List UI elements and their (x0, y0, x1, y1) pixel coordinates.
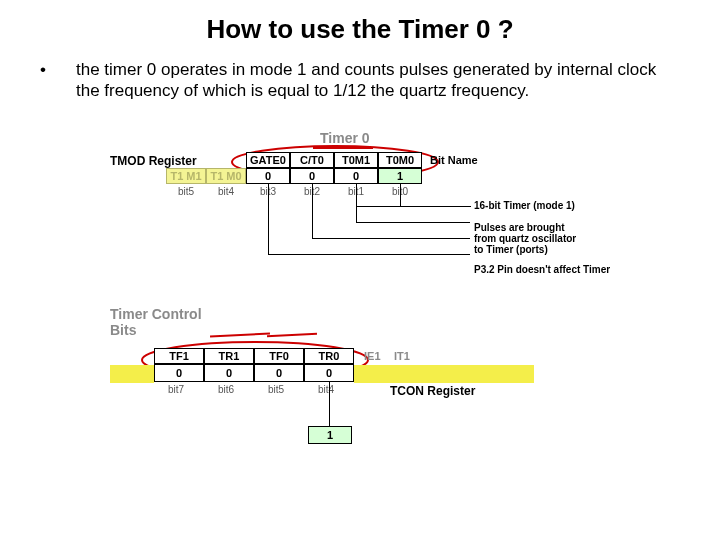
ybar-left (110, 365, 154, 383)
hline-4 (268, 254, 470, 255)
cell-tr1-name: TR1 (204, 348, 254, 364)
page-title: How to use the Timer 0 ? (0, 14, 720, 45)
line-tr0-down (329, 382, 330, 426)
bit5-label: bit5 (178, 186, 194, 197)
line-gate0-v (268, 184, 269, 254)
cell-t1m1: T1 M1 (166, 168, 206, 184)
it1-label: IT1 (394, 350, 410, 362)
cell-tr1-val: 0 (204, 364, 254, 382)
cell-t0m0-val: 1 (378, 168, 422, 184)
note-pulses-a: Pulses are brought (474, 222, 565, 233)
cell-tr0-val: 0 (304, 364, 354, 382)
timer-control-header: Timer Control Bits (110, 306, 202, 338)
tcon-bit6: bit6 (218, 384, 234, 395)
line-ct0-v (312, 184, 313, 238)
tcon-label: TCON Register (390, 384, 475, 398)
hline-3 (312, 238, 470, 239)
cell-ct0-name: C/T0 (290, 152, 334, 168)
bullet-item: • the timer 0 operates in mode 1 and cou… (40, 59, 680, 102)
red-underline-2a (210, 332, 270, 337)
bitname-label: Bit Name (430, 154, 478, 166)
cell-t0m1-name: T0M1 (334, 152, 378, 168)
tcon-bit5: bit5 (268, 384, 284, 395)
hline-1 (356, 206, 470, 207)
bullet-text: the timer 0 operates in mode 1 and count… (76, 59, 680, 102)
cell-tf0-val: 0 (254, 364, 304, 382)
ie1-label: IE1 (364, 350, 381, 362)
hline-2 (356, 222, 470, 223)
ybar-right (354, 365, 534, 383)
tcon-bit4: bit4 (318, 384, 334, 395)
note-16bit: 16-bit Timer (mode 1) (474, 200, 575, 211)
cell-tf1-name: TF1 (154, 348, 204, 364)
cell-gate0-val: 0 (246, 168, 290, 184)
line-t0m1-v (356, 184, 357, 222)
tcon-bit7: bit7 (168, 384, 184, 395)
cell-one: 1 (308, 426, 352, 444)
cell-ct0-val: 0 (290, 168, 334, 184)
bit4-label: bit4 (218, 186, 234, 197)
stub (470, 206, 471, 207)
note-pulses-b: from quartz oscillator (474, 233, 576, 244)
cell-t0m0-name: T0M0 (378, 152, 422, 168)
bullet-marker: • (40, 59, 76, 102)
cell-tf0-name: TF0 (254, 348, 304, 364)
tmod-label: TMOD Register (110, 154, 197, 168)
cell-tr0-name: TR0 (304, 348, 354, 364)
diagram: Timer 0 TMOD Register T1 M1 T1 M0 bit5 b… (110, 130, 630, 510)
line-t0m0-v (400, 184, 401, 206)
cell-t0m1-val: 0 (334, 168, 378, 184)
note-pulses-c: to Timer (ports) (474, 244, 548, 255)
note-p32: P3.2 Pin doesn't affect Timer (474, 264, 610, 275)
cell-tf1-val: 0 (154, 364, 204, 382)
cell-t1m0: T1 M0 (206, 168, 246, 184)
red-underline-2b (267, 333, 317, 338)
cell-gate0-name: GATE0 (246, 152, 290, 168)
